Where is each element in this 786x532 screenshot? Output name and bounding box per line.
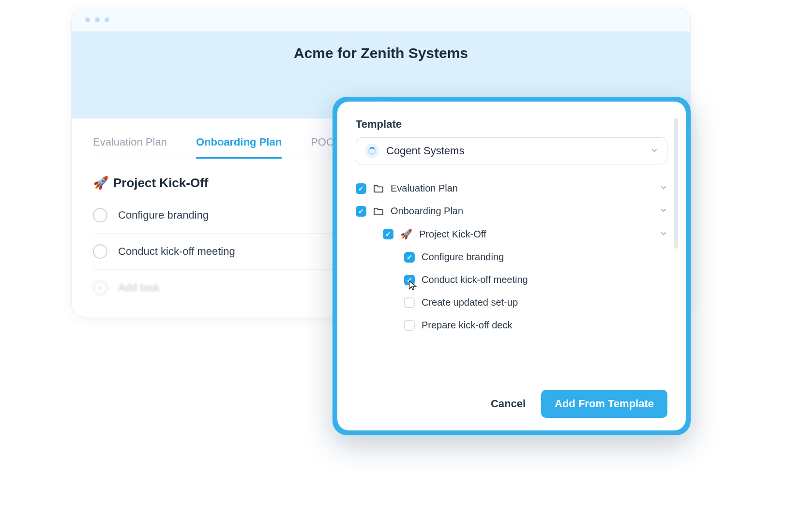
tree-item-row[interactable]: Configure branding	[356, 246, 667, 268]
rocket-icon: 🚀	[93, 176, 108, 191]
tree-item-row[interactable]: Prepare kick-off deck	[356, 314, 667, 337]
checkbox[interactable]	[404, 320, 415, 331]
folder-icon	[373, 207, 384, 216]
tree-item-row[interactable]: Conduct kick-off meeting	[356, 268, 667, 291]
chevron-down-icon[interactable]	[660, 229, 667, 240]
chevron-down-icon[interactable]	[660, 206, 667, 217]
tab-onboarding-plan[interactable]: Onboarding Plan	[196, 136, 282, 159]
tab-evaluation-plan[interactable]: Evaluation Plan	[93, 136, 167, 159]
window-dot	[105, 17, 109, 22]
tree-plan-row[interactable]: Evaluation Plan	[356, 177, 667, 200]
rocket-icon: 🚀	[400, 228, 412, 240]
checkbox[interactable]	[356, 206, 366, 217]
tree-subgroup-row[interactable]: 🚀 Project Kick-Off	[356, 222, 667, 246]
task-label: Conduct kick-off meeting	[118, 245, 235, 258]
cursor-icon	[407, 280, 418, 293]
template-tree: Evaluation Plan Onboarding Plan 🚀	[356, 177, 667, 382]
template-select[interactable]: Cogent Systems	[356, 137, 667, 164]
template-modal: Template Cogent Systems Evaluation Plan	[337, 102, 686, 430]
tab-poc[interactable]: POC	[311, 136, 334, 159]
tree-label: Configure branding	[422, 251, 504, 263]
tree-label: Create updated set-up	[422, 297, 518, 308]
add-task-label: Add task	[118, 281, 160, 294]
chevron-down-icon[interactable]	[660, 183, 667, 194]
plus-icon: +	[93, 281, 107, 295]
template-field-label: Template	[356, 118, 667, 131]
checkbox[interactable]	[404, 297, 415, 308]
task-radio[interactable]	[93, 208, 107, 222]
template-select-value: Cogent Systems	[386, 145, 464, 157]
task-radio[interactable]	[93, 244, 107, 259]
window-titlebar	[72, 8, 690, 31]
tree-label: Prepare kick-off deck	[422, 320, 513, 331]
tree-label: Evaluation Plan	[391, 183, 458, 194]
task-label: Configure branding	[118, 209, 209, 222]
tree-plan-row[interactable]: Onboarding Plan	[356, 200, 667, 222]
template-modal-frame: Template Cogent Systems Evaluation Plan	[333, 97, 691, 435]
spinner-icon	[365, 144, 379, 158]
section-title-text: Project Kick-Off	[113, 176, 209, 191]
add-from-template-button[interactable]: Add From Template	[541, 390, 667, 418]
tree-label: Conduct kick-off meeting	[422, 274, 528, 285]
cancel-button[interactable]: Cancel	[491, 398, 526, 410]
tree-label: Onboarding Plan	[391, 206, 463, 217]
tree-item-row[interactable]: Create updated set-up	[356, 291, 667, 314]
checkbox[interactable]	[404, 252, 415, 263]
window-dot	[85, 17, 90, 22]
checkbox[interactable]	[356, 183, 366, 194]
folder-icon	[373, 184, 384, 193]
scrollbar[interactable]	[674, 118, 678, 249]
checkbox[interactable]	[383, 229, 393, 239]
chevron-down-icon	[650, 145, 658, 157]
tree-label: Project Kick-Off	[419, 229, 486, 240]
window-dot	[95, 17, 100, 22]
page-title: Acme for Zenith Systems	[72, 31, 690, 61]
